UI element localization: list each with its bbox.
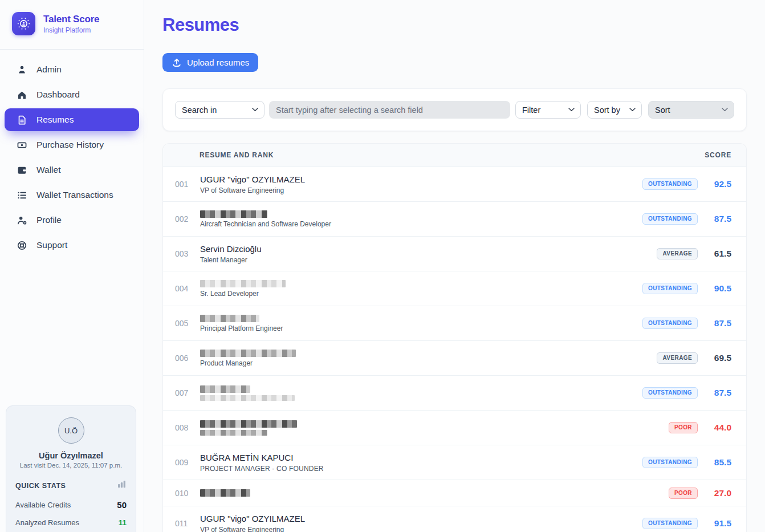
table-row[interactable]: 005Principal Platform EngineerOUTSTANDIN… <box>163 306 746 340</box>
quick-stats-list: Available Credits50Analyzed Resumes11Upl… <box>15 500 127 532</box>
main-content: Resumes Upload resumes Search in Start t… <box>144 0 765 532</box>
resumes-table: RESUME AND RANK SCORE 001UGUR "vigo" OZY… <box>162 143 747 532</box>
resume-info: Aircraft Technician and Software Develop… <box>200 210 642 228</box>
sidebar-item-purchase-history[interactable]: Purchase History <box>0 132 144 157</box>
resume-info: Sr. Lead Developer <box>200 280 642 298</box>
table-row[interactable]: 004Sr. Lead DeveloperOUTSTANDING90.5 <box>163 271 746 306</box>
score-value: 61.5 <box>706 249 731 259</box>
table-header: RESUME AND RANK SCORE <box>163 144 746 166</box>
rank-number: 011 <box>175 519 200 528</box>
sidebar-item-label: Resumes <box>36 115 74 125</box>
sort-by-label: Sort by <box>594 105 620 115</box>
score-value: 44.0 <box>706 423 731 433</box>
status-badge: OUTSTANDING <box>642 178 698 190</box>
sidebar-item-label: Support <box>36 240 67 250</box>
status-badge: OUTSTANDING <box>642 518 698 529</box>
stat-value: 50 <box>117 500 127 510</box>
stat-label: Analyzed Resumes <box>15 518 79 527</box>
table-row[interactable]: 009BUĞRA METİN KAPUCIPROJECT MANAGER - C… <box>163 445 746 480</box>
status-badge: OUTSTANDING <box>642 318 698 329</box>
sidebar-item-dashboard[interactable]: Dashboard <box>0 82 144 107</box>
table-row[interactable]: 010POOR27.0 <box>163 480 746 506</box>
table-row[interactable]: 007OUTSTANDING87.5 <box>163 375 746 410</box>
resume-name: UGUR "vigo" OZYILMAZEL <box>200 514 642 523</box>
sidebar: Talent Score Insight Platform AdminDashb… <box>0 0 144 532</box>
rank-number: 002 <box>175 214 200 224</box>
sidebar-item-label: Wallet Transactions <box>36 190 113 200</box>
resume-info <box>200 420 669 436</box>
rank-number: 007 <box>175 388 200 397</box>
quick-stats-header: QUICK STATS <box>15 480 127 492</box>
sidebar-item-wallet-transactions[interactable]: Wallet Transactions <box>0 182 144 208</box>
table-row[interactable]: 002Aircraft Technician and Software Deve… <box>163 201 746 236</box>
brand-subtitle: Insight Platform <box>43 26 99 34</box>
redacted-name <box>200 489 250 497</box>
row-score-section: OUTSTANDING87.5 <box>642 318 731 329</box>
status-badge: AVERAGE <box>657 352 698 364</box>
row-score-section: POOR44.0 <box>669 422 731 433</box>
brand: Talent Score Insight Platform <box>0 0 144 49</box>
sidebar-item-profile[interactable]: Profile <box>0 208 144 233</box>
resumes-icon <box>16 115 27 125</box>
sort-select[interactable]: Sort <box>648 101 734 119</box>
row-score-section: OUTSTANDING91.5 <box>642 518 731 529</box>
score-value: 87.5 <box>706 388 731 398</box>
resume-title: PROJECT MANAGER - CO FOUNDER <box>200 465 642 473</box>
rank-number: 009 <box>175 458 200 467</box>
stat-row: Analyzed Resumes11 <box>15 518 127 527</box>
resume-title: Product Manager <box>200 359 657 367</box>
avatar[interactable]: U.Ö <box>58 417 84 444</box>
resume-title: Aircraft Technician and Software Develop… <box>200 220 642 228</box>
table-row[interactable]: 008POOR44.0 <box>163 410 746 445</box>
sidebar-item-admin[interactable]: Admin <box>0 57 144 82</box>
score-value: 27.0 <box>706 488 731 498</box>
score-value: 87.5 <box>706 214 731 224</box>
user-card: U.Ö Uğur Özyılmazel Last visit Dec. 14, … <box>6 405 136 532</box>
stat-value: 11 <box>119 518 127 527</box>
dashboard-icon <box>16 90 27 100</box>
table-body: 001UGUR "vigo" OZYILMAZELVP of Software … <box>163 166 746 532</box>
resume-info <box>200 385 642 401</box>
search-input[interactable]: Start typing after selecting a search fi… <box>269 101 510 119</box>
sidebar-item-wallet[interactable]: Wallet <box>0 157 144 182</box>
upload-resumes-button[interactable]: Upload resumes <box>162 53 258 72</box>
resume-title: VP of Software Engineering <box>200 186 642 194</box>
stat-label: Available Credits <box>15 501 71 509</box>
resume-info <box>200 489 669 497</box>
user-name: Uğur Özyılmazel <box>15 451 127 460</box>
rank-number: 006 <box>175 354 200 363</box>
rank-number: 010 <box>175 489 200 498</box>
resume-info: Servin DizcioğluTalent Manager <box>200 244 657 264</box>
sidebar-item-resumes[interactable]: Resumes <box>5 108 139 131</box>
filter-bar: Search in Start typing after selecting a… <box>162 88 747 131</box>
status-badge: OUTSTANDING <box>642 457 698 468</box>
redacted-title <box>200 395 295 401</box>
brand-text: Talent Score Insight Platform <box>43 14 99 34</box>
resume-info: BUĞRA METİN KAPUCIPROJECT MANAGER - CO F… <box>200 453 642 473</box>
table-row[interactable]: 003Servin DizcioğluTalent ManagerAVERAGE… <box>163 236 746 271</box>
table-row[interactable]: 001UGUR "vigo" OZYILMAZELVP of Software … <box>163 166 746 201</box>
status-badge: POOR <box>669 488 698 499</box>
stat-row: Available Credits50 <box>15 500 127 510</box>
table-row[interactable]: 011UGUR "vigo" OZYILMAZELVP of Software … <box>163 506 746 532</box>
sort-label: Sort <box>655 105 670 115</box>
upload-button-label: Upload resumes <box>187 58 249 67</box>
resume-info: UGUR "vigo" OZYILMAZELVP of Software Eng… <box>200 514 642 532</box>
last-visit: Last visit Dec. 14, 2025, 11:07 p.m. <box>15 462 127 469</box>
resume-info: UGUR "vigo" OZYILMAZELVP of Software Eng… <box>200 174 642 194</box>
resume-info: Principal Platform Engineer <box>200 315 642 332</box>
score-value: 69.5 <box>706 353 731 363</box>
column-resume-and-rank: RESUME AND RANK <box>200 151 274 159</box>
resume-name: Servin Dizcioğlu <box>200 244 657 254</box>
purchase-history-icon <box>16 140 27 151</box>
sidebar-item-support[interactable]: Support <box>0 233 144 258</box>
search-in-select[interactable]: Search in <box>175 101 265 119</box>
chevron-down-icon <box>722 108 728 112</box>
score-value: 87.5 <box>706 318 731 328</box>
sort-by-select[interactable]: Sort by <box>587 101 642 119</box>
filter-select[interactable]: Filter <box>515 101 581 119</box>
table-row[interactable]: 006Product ManagerAVERAGE69.5 <box>163 340 746 375</box>
column-score: SCORE <box>705 151 731 159</box>
resume-title: Sr. Lead Developer <box>200 290 642 298</box>
redacted-name <box>200 385 250 393</box>
